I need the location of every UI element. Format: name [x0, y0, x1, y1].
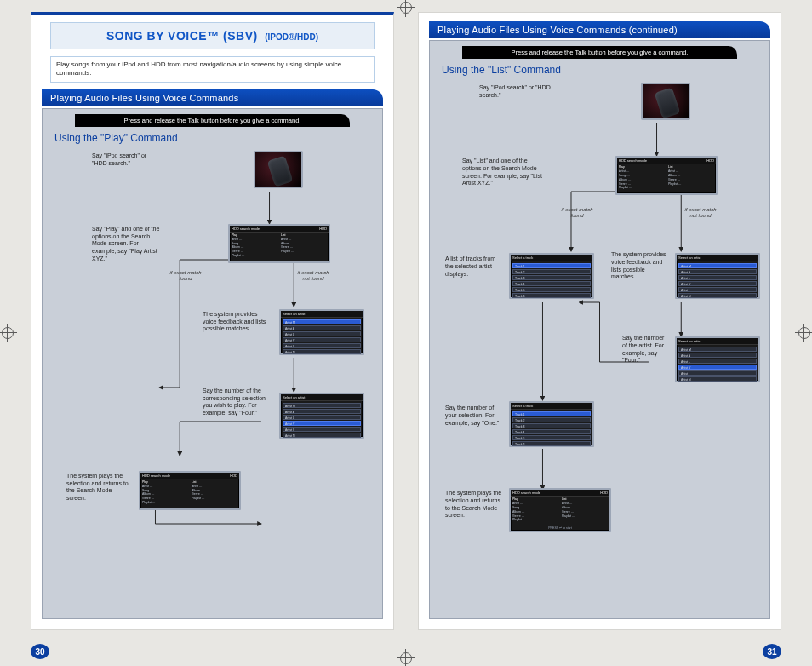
hint-match-found: if exact match found: [169, 270, 203, 282]
flow-area-left: Say "iPod search" or "HDD search." Say "…: [49, 149, 375, 549]
screen-r-tracks: Select a track Track 1 Track 2 Track 3 T…: [509, 253, 594, 299]
instruction-bar-right: Press and release the Talk button before…: [462, 46, 737, 59]
page-right: Playing Audio Files Using Voice Commands…: [418, 12, 781, 630]
step-r-say-search: Say "iPod search" or "HDD search.": [479, 84, 552, 100]
section-header-left: Playing Audio Files Using Voice Commands: [42, 89, 383, 106]
step-say-play: Say "Play" and one of the options on the…: [92, 226, 160, 263]
intro-text: Play songs from your iPod and HDD from m…: [50, 56, 375, 83]
step-say-number: Say the number of the corresponding sele…: [203, 388, 271, 417]
screen-r-tracks-2: Select a track Track 1 Track 2 Track 3 T…: [509, 401, 594, 447]
hint-match-not-found: if exact match not found: [296, 270, 330, 282]
step-r-say-selection: Say the number of your selection. For ex…: [445, 405, 505, 427]
hint-r-match-found: if exact match found: [560, 207, 594, 219]
title-main: SONG BY VOICE™ (SBV): [106, 29, 258, 43]
step-r-feedback: The system provides voice feedback and l…: [611, 251, 671, 281]
step-plays: The system plays the selection and retur…: [66, 473, 130, 502]
screen-r-artists-1: Select an artist Artist M Artist A Artis…: [675, 253, 760, 299]
step-r-say-list: Say "List" and one of the options on the…: [462, 158, 543, 187]
page-left: SONG BY VOICE™ (SBV) (IPOD®/HDD) Play so…: [31, 12, 394, 630]
page-number-left: 30: [31, 644, 49, 659]
flow-area-right: Say "iPod search" or "HDD search." Say "…: [437, 81, 763, 558]
screen-r-search-mode-1: HDD search modeHDD Play Artist …Song …Al…: [615, 156, 718, 195]
crop-mark-bottom: [397, 649, 415, 666]
remote-image-left: [254, 151, 303, 188]
section-header-right: Playing Audio Files Using Voice Commands…: [429, 21, 770, 38]
screen-search-mode-1: HDD search modeHDD Play Artist …Song …Al…: [228, 224, 330, 263]
screen-select-artist-2: Select an artist Artist M Artist A Artis…: [279, 393, 364, 439]
screen-r-artists-2: Select an artist Artist M Artist A Artis…: [675, 336, 760, 382]
hint-r-match-not-found: if exact match not found: [683, 207, 718, 219]
title-banner: SONG BY VOICE™ (SBV) (IPOD®/HDD): [50, 22, 375, 49]
subhead-left: Using the "Play" Command: [54, 132, 375, 144]
subhead-right: Using the "List" Command: [442, 64, 763, 76]
step-say-search: Say "iPod search" or "HDD search.": [92, 152, 160, 168]
step-r-tracks: A list of tracks from the selected artis…: [445, 255, 505, 278]
title-paren: (IPOD®/HDD): [265, 32, 318, 42]
screen-search-mode-2: HDD search modeHDD Play Artist …Song …Al…: [139, 471, 241, 510]
step-r-say-artist-num: Say the number of the artist. For exampl…: [622, 335, 669, 365]
remote-image-right: [641, 83, 690, 120]
step-feedback: The system provides voice feedback and l…: [203, 311, 266, 333]
flow-box-right: Press and release the Talk button before…: [429, 40, 770, 619]
page-number-right: 31: [763, 644, 781, 659]
screen-r-search-mode-2: HDD search modeHDD Play Artist …Song …Al…: [509, 488, 611, 532]
step-r-plays: The system plays the selection and retur…: [445, 490, 505, 520]
screen-select-artist-1: Select an artist Artist M Artist A Artis…: [279, 309, 364, 355]
instruction-bar-left: Press and release the Talk button before…: [75, 114, 350, 127]
flow-arrows-right: [437, 81, 763, 558]
flow-box-left: Press and release the Talk button before…: [42, 108, 383, 619]
